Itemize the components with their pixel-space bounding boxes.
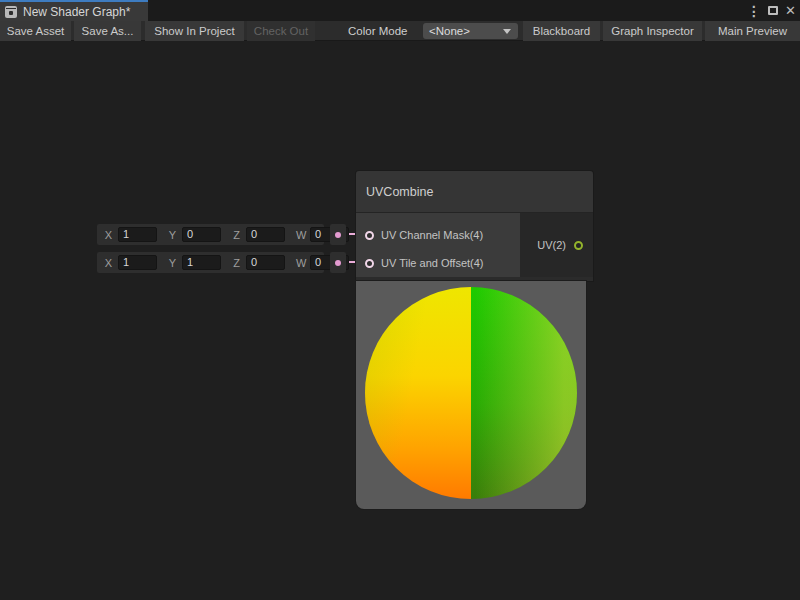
close-icon[interactable]: ✕ (785, 4, 796, 17)
z-label: Z (232, 257, 241, 269)
input-port-label: UV Channel Mask(4) (381, 229, 483, 241)
color-mode-label: Color Mode (348, 21, 407, 41)
color-mode-value: <None> (429, 25, 470, 37)
show-in-project-button[interactable]: Show In Project (145, 21, 244, 41)
y-label: Y (168, 229, 177, 241)
edge-connector-dot[interactable] (335, 260, 341, 266)
z-value-field[interactable]: 0 (246, 227, 285, 242)
uv-sphere-left-half (365, 287, 471, 499)
graph-canvas[interactable]: X 1 Y 0 Z 0 W 0 (0, 41, 800, 600)
edge-connector-dot[interactable] (335, 232, 341, 238)
uv-preview-sphere (365, 287, 577, 499)
x-value-field[interactable]: 1 (118, 255, 157, 270)
color-mode-dropdown[interactable]: <None> (423, 23, 518, 39)
node-title: UVCombine (366, 185, 433, 199)
z-label: Z (232, 229, 241, 241)
window-controls: ⋮ ✕ (747, 0, 796, 21)
y-value-field[interactable]: 1 (182, 255, 221, 270)
graph-inspector-toggle-button[interactable]: Graph Inspector (603, 21, 702, 41)
output-port-label: UV(2) (537, 239, 566, 251)
edge-connector-box (330, 252, 346, 273)
tab-strip: New Shader Graph* ⋮ ✕ (0, 0, 800, 21)
node-title-bar[interactable]: UVCombine (356, 171, 593, 213)
check-out-button: Check Out (247, 21, 315, 41)
input-port-icon[interactable] (365, 231, 374, 240)
vector4-fields-2: X 1 Y 1 Z 0 W 0 (97, 252, 324, 273)
input-port-icon[interactable] (365, 259, 374, 268)
y-value-field[interactable]: 0 (182, 227, 221, 242)
x-label: X (104, 229, 113, 241)
maximize-icon[interactable] (768, 6, 778, 15)
y-label: Y (168, 257, 177, 269)
uv-sphere-right-half (471, 287, 577, 499)
output-port-icon[interactable] (574, 241, 583, 250)
edge-connector-box (330, 224, 346, 245)
main-preview-toggle-button[interactable]: Main Preview (705, 21, 800, 41)
chevron-down-icon (503, 29, 511, 34)
window-menu-icon[interactable]: ⋮ (747, 4, 761, 18)
node-uvcombine[interactable]: UVCombine UV Channel Mask(4) UV Tile and… (356, 171, 593, 281)
x-label: X (104, 257, 113, 269)
input-port-label: UV Tile and Offset(4) (381, 257, 484, 269)
shader-graph-asset-icon (5, 6, 17, 18)
vector4-input-row-2: X 1 Y 1 Z 0 W 0 (97, 252, 346, 273)
node-input-section: UV Channel Mask(4) UV Tile and Offset(4) (356, 213, 520, 277)
input-port-row: UV Tile and Offset(4) (356, 255, 520, 271)
tab-title: New Shader Graph* (23, 5, 130, 19)
w-label: W (296, 257, 305, 269)
shader-graph-window: New Shader Graph* ⋮ ✕ Save Asset Save As… (0, 0, 800, 600)
vector4-fields-1: X 1 Y 0 Z 0 W 0 (97, 224, 324, 245)
node-body: UV Channel Mask(4) UV Tile and Offset(4)… (356, 213, 593, 281)
save-asset-button[interactable]: Save Asset (0, 21, 71, 41)
node-preview-area[interactable] (356, 281, 586, 509)
shader-graph-toolbar: Save Asset Save As... Show In Project Ch… (0, 21, 800, 41)
tab-new-shader-graph[interactable]: New Shader Graph* (0, 0, 148, 21)
save-as-button[interactable]: Save As... (74, 21, 141, 41)
z-value-field[interactable]: 0 (246, 255, 285, 270)
vector4-input-row-1: X 1 Y 0 Z 0 W 0 (97, 224, 346, 245)
node-output-section: UV(2) (520, 213, 593, 277)
input-port-row: UV Channel Mask(4) (356, 227, 520, 243)
x-value-field[interactable]: 1 (118, 227, 157, 242)
blackboard-toggle-button[interactable]: Blackboard (523, 21, 600, 41)
w-label: W (296, 229, 305, 241)
